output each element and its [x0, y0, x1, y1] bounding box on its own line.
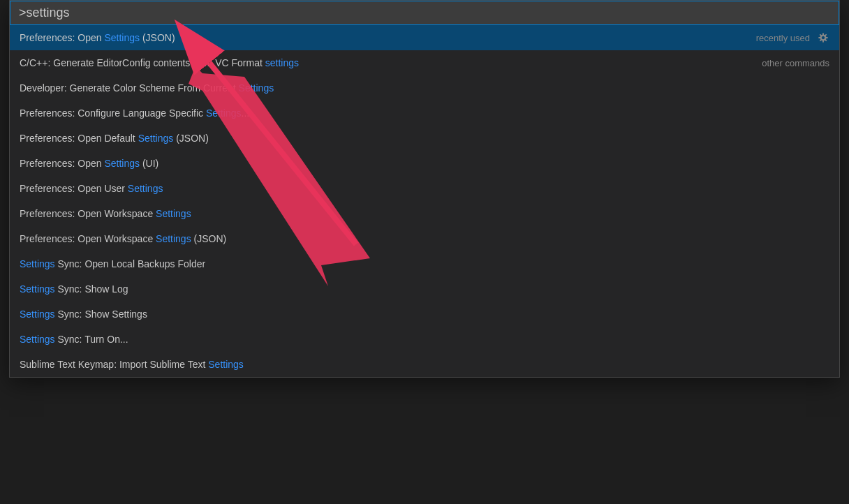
- result-text: Developer: Generate Color Scheme From Cu…: [20, 82, 829, 94]
- result-text: Preferences: Open User Settings: [20, 183, 829, 194]
- result-item[interactable]: Preferences: Open User Settings: [10, 176, 839, 201]
- result-item[interactable]: Settings Sync: Open Local Backups Folder: [10, 251, 839, 276]
- result-text: Sublime Text Keymap: Import Sublime Text…: [20, 359, 829, 370]
- result-item[interactable]: Settings Sync: Show Log: [10, 276, 839, 302]
- result-text: Settings Sync: Turn On...: [20, 334, 829, 345]
- result-item[interactable]: Preferences: Open Workspace Settings (JS…: [10, 226, 839, 251]
- highlight: Settings: [208, 359, 244, 370]
- result-item[interactable]: Developer: Generate Color Scheme From Cu…: [10, 75, 839, 101]
- highlight: Settings: [104, 158, 140, 169]
- highlight: Settings: [20, 283, 55, 295]
- result-meta-2: other commands: [762, 58, 829, 68]
- result-item[interactable]: Settings Sync: Turn On...: [10, 327, 839, 352]
- result-text: Preferences: Open Workspace Settings: [20, 208, 829, 219]
- highlight: Settings: [128, 183, 163, 194]
- gear-icon: [817, 31, 829, 44]
- recently-used-label: recently used: [756, 33, 810, 43]
- highlight: Settings: [104, 32, 140, 43]
- result-text: Preferences: Open Default Settings (JSON…: [20, 133, 829, 144]
- other-commands-label: other commands: [762, 58, 829, 68]
- highlight: Settings: [156, 233, 191, 244]
- search-input[interactable]: [19, 6, 830, 20]
- result-text: C/C++: Generate EditorConfig contents fr…: [20, 57, 748, 68]
- highlight: Settings: [20, 258, 55, 269]
- result-item[interactable]: Preferences: Open Settings (UI): [10, 151, 839, 176]
- highlight: Settings: [138, 133, 174, 144]
- result-item[interactable]: Sublime Text Keymap: Import Sublime Text…: [10, 352, 839, 377]
- result-item[interactable]: Preferences: Open Default Settings (JSON…: [10, 126, 839, 151]
- results-list: Preferences: Open Settings (JSON) recent…: [10, 25, 839, 377]
- result-text: Preferences: Open Settings (JSON): [20, 32, 742, 43]
- highlight: Settings: [239, 82, 274, 94]
- result-text: Preferences: Configure Language Specific…: [20, 108, 829, 119]
- result-item-first[interactable]: Preferences: Open Settings (JSON) recent…: [10, 25, 839, 50]
- highlight: Settings: [20, 334, 55, 345]
- result-text: Settings Sync: Show Settings: [20, 309, 829, 320]
- highlight: Settings: [20, 309, 55, 320]
- result-item[interactable]: Settings Sync: Show Settings: [10, 302, 839, 327]
- highlight: Settings: [206, 108, 242, 119]
- result-text: Settings Sync: Show Log: [20, 283, 829, 295]
- result-text: Settings Sync: Open Local Backups Folder: [20, 258, 829, 269]
- highlight: settings: [265, 57, 299, 68]
- result-item[interactable]: Preferences: Open Workspace Settings: [10, 201, 839, 226]
- result-text: Preferences: Open Workspace Settings (JS…: [20, 233, 829, 244]
- command-palette: Preferences: Open Settings (JSON) recent…: [9, 0, 840, 378]
- result-meta: recently used: [756, 31, 829, 44]
- result-text: Preferences: Open Settings (UI): [20, 158, 829, 169]
- highlight: Settings: [156, 208, 191, 219]
- result-item[interactable]: Preferences: Configure Language Specific…: [10, 101, 839, 126]
- result-item[interactable]: C/C++: Generate EditorConfig contents fr…: [10, 50, 839, 75]
- search-bar: [10, 1, 839, 25]
